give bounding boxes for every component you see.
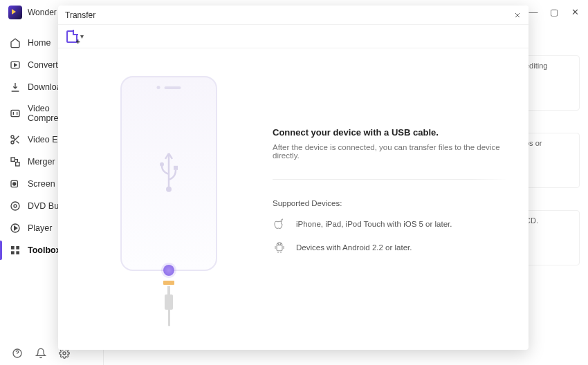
svg-point-17 <box>160 162 164 167</box>
converter-icon <box>10 59 21 71</box>
device-illustration <box>86 69 252 336</box>
close-icon <box>513 11 522 19</box>
sidebar-item-label: Home <box>28 38 50 48</box>
toolbox-icon <box>10 245 21 256</box>
svg-rect-11 <box>11 246 15 250</box>
svg-rect-20 <box>277 245 282 251</box>
android-icon <box>273 241 286 254</box>
play-icon <box>10 223 21 234</box>
transfer-modal: Transfer ▾ <box>58 6 529 350</box>
app-title: Wonder <box>28 8 57 17</box>
home-icon <box>10 37 21 48</box>
phone-icon <box>120 76 217 271</box>
disc-icon <box>10 200 21 212</box>
scissors-icon <box>10 134 21 145</box>
svg-point-3 <box>11 141 14 144</box>
svg-rect-1 <box>11 110 19 116</box>
apple-icon <box>273 217 286 231</box>
divider <box>273 179 508 180</box>
supported-device-text: iPhone, iPad, iPod Touch with iOS 5 or l… <box>296 220 452 228</box>
svg-rect-12 <box>16 246 19 250</box>
svg-point-7 <box>13 182 16 185</box>
sidebar-item-label: Merger <box>28 157 55 167</box>
svg-point-19 <box>166 187 172 192</box>
add-file-button[interactable]: ▾ <box>66 30 84 43</box>
app-logo-icon <box>8 6 22 19</box>
svg-point-21 <box>278 244 279 245</box>
svg-point-2 <box>11 135 14 138</box>
svg-point-8 <box>11 202 19 210</box>
compress-icon <box>10 108 21 119</box>
svg-point-22 <box>280 244 281 245</box>
info-panel: Connect your device with a USB cable. Af… <box>273 69 508 336</box>
supported-device-ios: iPhone, iPad, iPod Touch with iOS 5 or l… <box>273 217 508 231</box>
svg-rect-13 <box>11 251 15 254</box>
svg-rect-4 <box>11 158 15 161</box>
window-close-button[interactable]: ✕ <box>566 3 584 21</box>
modal-header: Transfer <box>58 6 529 25</box>
sidebar-item-label: Toolbox <box>28 245 61 255</box>
supported-devices-label: Supported Devices: <box>273 199 508 207</box>
svg-rect-14 <box>16 251 19 254</box>
svg-rect-5 <box>16 162 19 166</box>
modal-close-button[interactable] <box>511 8 524 22</box>
record-icon <box>10 178 21 189</box>
usb-icon <box>155 149 183 194</box>
merger-icon <box>10 156 21 167</box>
supported-device-text: Devices with Android 2.2 or later. <box>296 243 412 252</box>
svg-point-9 <box>14 205 17 207</box>
help-button[interactable] <box>10 346 25 361</box>
modal-toolbar: ▾ <box>58 25 529 48</box>
svg-rect-18 <box>174 166 178 170</box>
info-headline: Connect your device with a USB cable. <box>273 127 508 138</box>
cable-icon <box>165 286 173 326</box>
info-subtext: After the device is connected, you can t… <box>273 143 508 160</box>
supported-device-android: Devices with Android 2.2 or later. <box>273 241 508 254</box>
add-document-icon <box>66 30 77 43</box>
download-icon <box>10 82 21 93</box>
notifications-button[interactable] <box>33 346 48 361</box>
chevron-down-icon: ▾ <box>80 32 84 40</box>
modal-title: Transfer <box>65 10 95 20</box>
window-maximize-button[interactable]: ▢ <box>545 3 563 21</box>
svg-point-16 <box>63 352 66 355</box>
sidebar-item-label: Player <box>28 223 52 233</box>
